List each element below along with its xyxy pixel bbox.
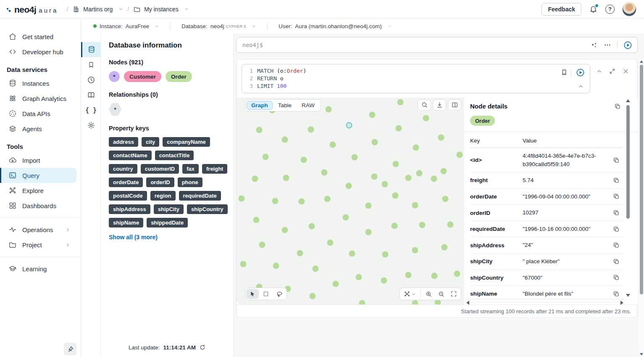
property-key-chip[interactable]: shippedDate xyxy=(147,218,188,227)
graph-visualization[interactable]: GraphTableRAW xyxy=(237,98,464,304)
sidebar-item-learning[interactable]: Learning xyxy=(0,261,76,276)
graph-node[interactable] xyxy=(252,176,258,182)
copy-value-button[interactable] xyxy=(613,258,620,265)
graph-node[interactable] xyxy=(396,125,402,132)
property-key-chip[interactable]: orderDate xyxy=(109,177,143,187)
graph-node[interactable] xyxy=(365,229,372,235)
graph-node[interactable] xyxy=(333,281,339,287)
fit-to-screen-button[interactable] xyxy=(447,289,460,299)
sidebar-item-instances[interactable]: Instances xyxy=(0,76,76,91)
sidebar-item-agents[interactable]: Agents xyxy=(0,121,76,136)
graph-node[interactable] xyxy=(412,202,418,209)
graph-node[interactable] xyxy=(283,175,289,181)
tab-table[interactable]: Table xyxy=(273,101,296,110)
search-graph-button[interactable] xyxy=(418,99,431,111)
scroll-up-arrow[interactable] xyxy=(626,99,630,102)
graph-node[interactable] xyxy=(371,174,378,180)
run-query-button[interactable] xyxy=(623,41,632,50)
zoom-out-button[interactable] xyxy=(435,289,447,299)
copy-value-button[interactable] xyxy=(613,242,620,249)
graph-node[interactable] xyxy=(297,250,303,257)
graph-node[interactable] xyxy=(423,115,429,122)
graph-node[interactable] xyxy=(326,106,332,113)
copy-value-button[interactable] xyxy=(613,209,620,216)
graph-node[interactable] xyxy=(369,112,376,118)
property-key-chip[interactable]: customerID xyxy=(141,164,179,174)
neo4j-aura-logo[interactable]: neo4j aura xyxy=(6,3,58,15)
node-label-pill[interactable]: Order xyxy=(470,116,495,126)
sidebar-item-operations[interactable]: Operations xyxy=(0,222,76,237)
scroll-down-arrow[interactable] xyxy=(626,294,630,297)
graph-node[interactable] xyxy=(442,196,449,202)
feedback-button[interactable]: Feedback xyxy=(541,3,581,16)
rerun-query-button[interactable] xyxy=(576,68,585,78)
rail-saved-cypher-button[interactable] xyxy=(81,57,101,72)
property-key-chip[interactable]: contactTitle xyxy=(155,151,194,160)
graph-node[interactable] xyxy=(382,181,388,188)
property-key-chip[interactable]: city xyxy=(142,137,159,147)
breadcrumb-item[interactable]: Martins org xyxy=(72,5,123,13)
property-key-chip[interactable]: shipAddress xyxy=(109,204,150,214)
graph-node[interactable] xyxy=(438,135,444,141)
tab-raw[interactable]: RAW xyxy=(297,101,319,110)
expand-result-button[interactable] xyxy=(609,68,615,76)
zoom-in-button[interactable] xyxy=(422,289,435,299)
sidebar-item-dashboards[interactable]: Dashboards xyxy=(0,198,76,213)
graph-node[interactable] xyxy=(454,271,460,277)
property-key-chip[interactable]: fax xyxy=(182,164,199,174)
rail-parameters-button[interactable]: { } xyxy=(81,103,101,118)
graph-node[interactable] xyxy=(259,242,265,248)
graph-node[interactable] xyxy=(359,300,365,305)
notifications-button[interactable] xyxy=(589,5,598,13)
scroll-up-arrow[interactable] xyxy=(640,61,643,63)
property-key-chip[interactable]: country xyxy=(109,164,137,174)
close-result-button[interactable] xyxy=(623,68,629,76)
sidebar-item-developer-hub[interactable]: Developer hub xyxy=(0,44,76,59)
scroll-down-arrow[interactable] xyxy=(640,353,643,356)
graph-node[interactable] xyxy=(352,154,358,161)
property-key-chip[interactable]: contactName xyxy=(109,151,152,160)
database-selector[interactable]: Database: neo4j CYPHER 5 xyxy=(181,23,256,29)
property-key-chip[interactable]: shipCountry xyxy=(187,204,228,214)
sidebar-item-project[interactable]: Project xyxy=(0,237,76,252)
graph-node[interactable] xyxy=(382,251,389,258)
help-button[interactable]: ? xyxy=(605,5,615,14)
graph-node[interactable] xyxy=(416,170,423,177)
graph-node[interactable] xyxy=(240,261,247,267)
sidebar-item-explore[interactable]: Explore xyxy=(0,183,76,198)
collapse-result-button[interactable] xyxy=(596,68,602,76)
user-selector[interactable]: User: Aura (martin.ohanlon@neo4j.com) xyxy=(279,23,392,29)
scroll-right-arrow[interactable] xyxy=(620,301,623,305)
download-graph-button[interactable] xyxy=(433,99,446,111)
graph-node[interactable] xyxy=(393,161,399,167)
property-key-chip[interactable]: address xyxy=(109,137,138,147)
collapse-editor-button[interactable] xyxy=(578,83,584,91)
rail-guides-button[interactable] xyxy=(81,87,101,103)
graph-node[interactable] xyxy=(397,99,404,106)
avatar[interactable] xyxy=(622,2,636,16)
graph-node[interactable] xyxy=(343,214,349,221)
graph-node[interactable] xyxy=(442,244,448,251)
graph-node[interactable] xyxy=(365,203,372,209)
graph-node[interactable] xyxy=(412,247,418,254)
query-input-bar[interactable]: neo4j$ xyxy=(236,37,638,53)
rail-settings-button[interactable] xyxy=(81,118,101,133)
graph-node[interactable] xyxy=(310,293,316,299)
graph-node[interactable] xyxy=(301,157,307,163)
marquee-tool-button[interactable] xyxy=(260,289,272,299)
node-label-pill[interactable]: * xyxy=(109,71,120,82)
graph-node[interactable] xyxy=(272,198,279,204)
node-panel-horizontal-scrollbar[interactable] xyxy=(465,299,624,304)
property-key-chip[interactable]: phone xyxy=(178,177,202,187)
breadcrumb-item[interactable]: My instances xyxy=(133,5,189,13)
graph-canvas[interactable] xyxy=(237,98,464,304)
graph-node[interactable] xyxy=(330,142,336,148)
graph-node[interactable] xyxy=(299,198,305,205)
copy-value-button[interactable] xyxy=(613,157,620,164)
node-label-pill[interactable]: Customer xyxy=(124,71,161,82)
sidebar-item-data-apis[interactable]: Data APIs xyxy=(0,106,76,121)
cypher-editor[interactable]: 1MATCH (o:Order)2RETURN o3LIMIT 100 xyxy=(242,64,590,93)
graph-node[interactable] xyxy=(372,139,378,145)
scrollbar-thumb[interactable] xyxy=(626,105,630,219)
scroll-left-arrow[interactable] xyxy=(466,301,469,305)
